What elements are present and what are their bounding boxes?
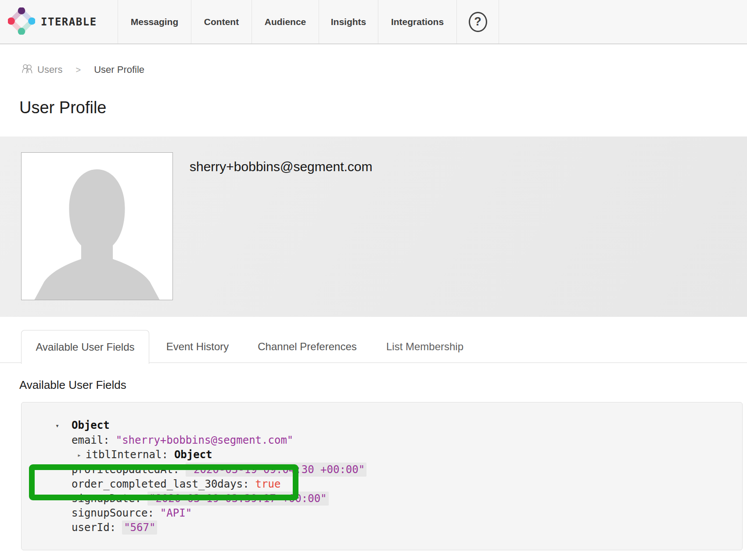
field-key: itblInternal: bbox=[86, 449, 168, 461]
field-key: email: bbox=[72, 434, 110, 446]
json-root-label: Object bbox=[72, 419, 110, 431]
json-row-email: email:"sherry+bobbins@segment.com" bbox=[22, 433, 742, 448]
help-button[interactable]: ? bbox=[457, 0, 499, 43]
page: ITERABLE Messaging Content Audience Insi… bbox=[0, 0, 747, 560]
nav-item-messaging[interactable]: Messaging bbox=[118, 0, 191, 43]
field-key: userId: bbox=[72, 521, 116, 534]
json-row-profileupdatedat: profileUpdatedAt:"2020-03-19 09:04:30 +0… bbox=[22, 463, 742, 477]
field-value: "2020-03-19 03:39:17 +00:00" bbox=[147, 492, 329, 506]
breadcrumb-current: User Profile bbox=[94, 64, 144, 75]
field-value: "567" bbox=[122, 521, 157, 535]
nav-item-content[interactable]: Content bbox=[191, 0, 252, 43]
chevron-right-icon: > bbox=[75, 65, 81, 75]
avatar-placeholder bbox=[21, 152, 173, 300]
nav-filler bbox=[499, 0, 747, 43]
json-row-signupsource: signupSource:"API" bbox=[22, 506, 742, 521]
nav-item-insights[interactable]: Insights bbox=[319, 0, 378, 43]
users-icon bbox=[21, 63, 37, 76]
tab-available-user-fields[interactable]: Available User Fields bbox=[21, 330, 149, 364]
field-key: signupDate: bbox=[72, 492, 141, 505]
json-root-row: ▾Object bbox=[22, 418, 742, 433]
field-value: "sherry+bobbins@segment.com" bbox=[116, 434, 294, 446]
json-row-userid: userId:"567" bbox=[22, 521, 742, 535]
section-heading: Available User Fields bbox=[19, 378, 126, 392]
profile-band: sherry+bobbins@segment.com bbox=[0, 136, 747, 317]
tab-list-membership[interactable]: List Membership bbox=[386, 330, 463, 363]
field-key: signupSource: bbox=[72, 507, 154, 519]
tab-bar: Available User Fields Event History Chan… bbox=[0, 330, 747, 363]
user-fields-panel: ▾Object email:"sherry+bobbins@segment.co… bbox=[21, 402, 743, 550]
nav-item-audience[interactable]: Audience bbox=[252, 0, 319, 43]
nav-item-integrations[interactable]: Integrations bbox=[378, 0, 457, 43]
field-key: profileUpdatedAt: bbox=[72, 463, 180, 476]
field-value: true bbox=[255, 478, 281, 490]
field-key: order_completed_last_30days: bbox=[72, 478, 249, 490]
collapse-triangle-icon[interactable]: ▾ bbox=[55, 419, 72, 433]
field-value-object: Object bbox=[174, 449, 212, 461]
field-value: "API" bbox=[160, 507, 192, 519]
tab-channel-preferences[interactable]: Channel Preferences bbox=[258, 330, 356, 363]
brand-wordmark: ITERABLE bbox=[41, 16, 97, 28]
breadcrumb-users-link[interactable]: Users bbox=[21, 63, 62, 76]
breadcrumb-users-label: Users bbox=[37, 64, 62, 75]
json-row-order-completed: order_completed_last_30days:true bbox=[22, 477, 742, 492]
expand-triangle-icon[interactable]: ▸ bbox=[77, 448, 81, 463]
json-tree: ▾Object email:"sherry+bobbins@segment.co… bbox=[22, 418, 742, 535]
iterable-diamond-icon bbox=[8, 7, 35, 36]
iterable-logo[interactable]: ITERABLE bbox=[0, 0, 118, 43]
field-value: "2020-03-19 09:04:30 +00:00" bbox=[186, 463, 367, 477]
tab-event-history[interactable]: Event History bbox=[166, 330, 229, 363]
json-row-signupdate: signupDate:"2020-03-19 03:39:17 +00:00" bbox=[22, 492, 742, 506]
top-nav: ITERABLE Messaging Content Audience Insi… bbox=[0, 0, 747, 44]
page-title: User Profile bbox=[19, 98, 107, 117]
breadcrumb: Users > User Profile bbox=[21, 63, 144, 76]
json-row-itblinternal: ▸itblInternal:Object bbox=[22, 448, 742, 463]
profile-email: sherry+bobbins@segment.com bbox=[190, 159, 372, 174]
help-icon: ? bbox=[469, 12, 487, 32]
